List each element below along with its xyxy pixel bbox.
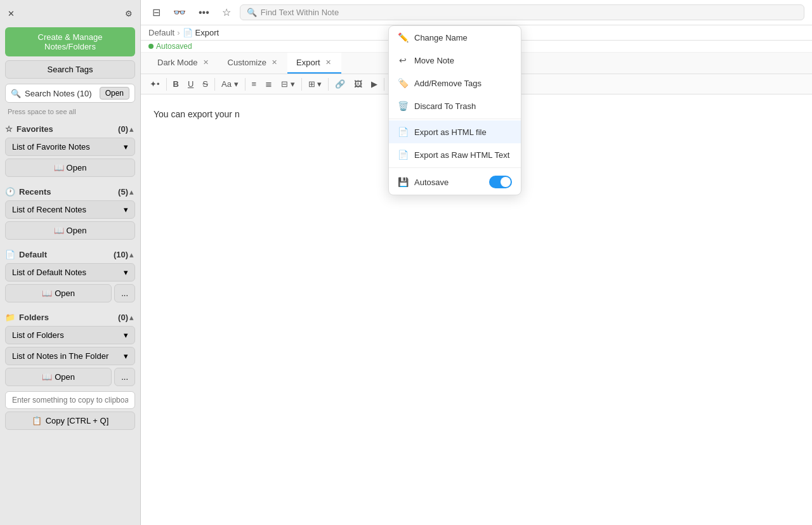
media-button[interactable]: ▶ bbox=[367, 77, 381, 91]
menu-add-remove-tags-label: Add/Remove Tags bbox=[414, 79, 481, 88]
copy-clipboard-button[interactable]: 📋 Copy [CTRL + Q] bbox=[5, 412, 135, 430]
favorites-open-button[interactable]: 📖 Open bbox=[5, 159, 135, 177]
table-button[interactable]: ⊞ ▾ bbox=[304, 77, 326, 91]
star-button[interactable]: ☆ bbox=[218, 4, 235, 21]
folder-notes-dropdown[interactable]: List of Notes in The Folder ▾ bbox=[5, 347, 135, 365]
tab-export-label: Export bbox=[296, 58, 320, 67]
autosave-label: Autosaved bbox=[156, 42, 192, 51]
export-raw-icon: 📄 bbox=[398, 150, 408, 160]
open-search-button[interactable]: Open bbox=[100, 87, 129, 100]
tab-dark-mode-close[interactable]: ✕ bbox=[202, 58, 210, 67]
recents-list-label: List of Recent Notes bbox=[12, 205, 86, 214]
toolbar-sep-4 bbox=[301, 78, 302, 91]
special-chars-button[interactable]: ✦• bbox=[146, 77, 164, 91]
recents-open-row: 📖 Open bbox=[5, 221, 135, 240]
default-open-button[interactable]: 📖 Open bbox=[5, 284, 112, 302]
default-list-dropdown[interactable]: List of Default Notes ▾ bbox=[5, 263, 135, 282]
list-unordered-button[interactable]: ≡ bbox=[248, 77, 261, 91]
folders-more-button[interactable]: ... bbox=[114, 368, 135, 386]
underline-button[interactable]: U bbox=[184, 77, 197, 91]
default-section-header: 📄 Default (10) ▴ bbox=[0, 245, 140, 263]
recents-book-icon: 📖 bbox=[54, 226, 64, 235]
tab-dark-mode[interactable]: Dark Mode ✕ bbox=[148, 53, 219, 74]
clock-icon: 🕐 bbox=[5, 187, 15, 197]
folders-collapse-button[interactable]: ▴ bbox=[128, 311, 135, 323]
favorites-star-icon: ☆ bbox=[5, 124, 13, 134]
favorites-title: Favorites bbox=[16, 124, 118, 134]
menu-item-change-name[interactable]: ✏️ Change Name bbox=[389, 26, 521, 49]
tab-customize-label: Customize bbox=[228, 58, 266, 67]
search-notes-bar: 🔍 Search Notes (10) Open bbox=[5, 84, 135, 103]
breadcrumb-file-icon: 📄 bbox=[183, 28, 193, 37]
tab-export[interactable]: Export ✕ bbox=[287, 53, 341, 74]
change-name-icon: ✏️ bbox=[398, 32, 408, 42]
autosave-toggle[interactable] bbox=[489, 176, 512, 188]
folders-open-row: 📖 Open ... bbox=[5, 368, 135, 386]
font-button[interactable]: Aa ▾ bbox=[218, 77, 242, 91]
recents-open-button[interactable]: 📖 Open bbox=[5, 221, 135, 240]
recents-count: (5) bbox=[118, 187, 128, 197]
tab-export-close[interactable]: ✕ bbox=[324, 58, 332, 67]
book-icon: 📖 bbox=[54, 163, 64, 172]
tab-customize-close[interactable]: ✕ bbox=[270, 58, 278, 67]
menu-divider-1 bbox=[389, 119, 521, 119]
recents-collapse-button[interactable]: ▴ bbox=[128, 186, 135, 198]
recents-list-dropdown[interactable]: List of Recent Notes ▾ bbox=[5, 200, 135, 219]
favorites-section-header: ☆ Favorites (0) ▴ bbox=[0, 119, 140, 138]
default-title: Default bbox=[19, 250, 114, 259]
tab-customize[interactable]: Customize ✕ bbox=[219, 53, 287, 74]
folders-open-button[interactable]: 📖 Open bbox=[5, 368, 112, 386]
menu-item-autosave[interactable]: 💾 Autosave bbox=[389, 169, 521, 195]
search-sub-label: Press space to see all bbox=[0, 108, 140, 119]
context-dropdown-menu: ✏️ Change Name ↩ Move Note 🏷️ Add/Remove… bbox=[388, 25, 521, 195]
menu-item-export-html[interactable]: 📄 Export as HTML file bbox=[389, 120, 521, 143]
find-search-icon: 🔍 bbox=[247, 8, 257, 17]
list-ordered-button[interactable]: ≣ bbox=[261, 77, 276, 91]
strikethrough-button[interactable]: S bbox=[199, 77, 212, 91]
folders-chevron-icon: ▾ bbox=[124, 330, 128, 340]
settings-icon: ⚙ bbox=[125, 9, 133, 18]
more-options-button[interactable]: ••• bbox=[195, 4, 213, 21]
settings-button[interactable]: ⚙ bbox=[122, 6, 135, 21]
breadcrumb-current: Export bbox=[195, 28, 219, 37]
favorites-list-dropdown[interactable]: List of Favorite Notes ▾ bbox=[5, 138, 135, 156]
sidebar-top-row: ✕ ⚙ bbox=[0, 0, 140, 27]
breadcrumb-parent: Default bbox=[148, 28, 174, 37]
toolbar-sep-6 bbox=[384, 78, 384, 91]
favorites-collapse-button[interactable]: ▴ bbox=[128, 123, 135, 135]
folders-title: Folders bbox=[19, 313, 118, 322]
find-text-field[interactable]: 🔍 Find Text Within Note bbox=[240, 4, 804, 20]
export-html-icon: 📄 bbox=[398, 127, 408, 137]
favorites-open-row: 📖 Open bbox=[5, 159, 135, 177]
view-mode-button[interactable]: ⊟ bbox=[148, 4, 164, 21]
link-button[interactable]: 🔗 bbox=[331, 77, 349, 91]
close-button[interactable]: ✕ bbox=[5, 6, 17, 21]
default-count: (10) bbox=[114, 250, 128, 259]
align-button[interactable]: ⊟ ▾ bbox=[277, 77, 299, 91]
toolbar-sep-3 bbox=[245, 78, 246, 91]
menu-item-move-note[interactable]: ↩ Move Note bbox=[389, 49, 521, 72]
recents-title: Recents bbox=[19, 187, 118, 197]
folder-notes-label: List of Notes in The Folder bbox=[12, 351, 108, 361]
default-chevron-icon: ▾ bbox=[124, 268, 128, 277]
clipboard-input[interactable] bbox=[5, 391, 135, 409]
breadcrumb-separator: › bbox=[177, 28, 180, 37]
close-icon: ✕ bbox=[8, 9, 15, 18]
search-tags-button[interactable]: Search Tags bbox=[5, 60, 135, 79]
folders-list-dropdown[interactable]: List of Folders ▾ bbox=[5, 326, 135, 344]
reading-mode-button[interactable]: 👓 bbox=[169, 4, 190, 21]
main-toolbar: ⊟ 👓 ••• ☆ 🔍 Find Text Within Note bbox=[141, 0, 812, 25]
bold-button[interactable]: B bbox=[169, 77, 183, 91]
menu-item-discard-trash[interactable]: 🗑️ Discard To Trash bbox=[389, 94, 521, 117]
recents-chevron-icon: ▾ bbox=[124, 205, 128, 214]
search-notes-label: Search Notes (10) bbox=[25, 89, 100, 98]
autosave-dot bbox=[148, 44, 154, 49]
default-collapse-button[interactable]: ▴ bbox=[128, 249, 135, 261]
menu-item-add-remove-tags[interactable]: 🏷️ Add/Remove Tags bbox=[389, 72, 521, 94]
create-manage-button[interactable]: Create & Manage Notes/Folders bbox=[5, 27, 135, 56]
default-more-button[interactable]: ... bbox=[114, 284, 135, 302]
image-button[interactable]: 🖼 bbox=[350, 77, 366, 91]
copy-icon: 📋 bbox=[32, 416, 42, 425]
favorites-count: (0) bbox=[118, 124, 128, 134]
menu-item-export-raw[interactable]: 📄 Export as Raw HTML Text bbox=[389, 143, 521, 166]
